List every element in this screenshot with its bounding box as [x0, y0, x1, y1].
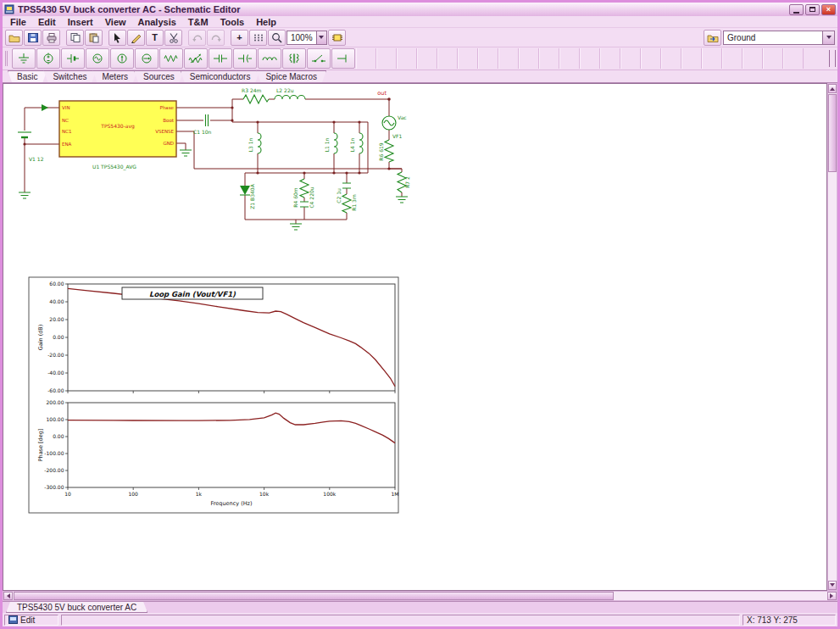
component-potentiometer-button[interactable]: [184, 48, 208, 69]
menu-analysis[interactable]: Analysis: [132, 17, 182, 27]
diagram-frame[interactable]: [29, 277, 398, 513]
redo-button[interactable]: [207, 30, 225, 46]
undo-button[interactable]: [188, 30, 206, 46]
inductor-l1[interactable]: [334, 133, 337, 153]
diagram-window[interactable]: 60.0040.0020.000.00-20.00-40.00-60.00200…: [29, 277, 399, 513]
inductor-l2[interactable]: [275, 96, 305, 100]
menu-view[interactable]: View: [99, 17, 132, 27]
component-search-dropdown-button[interactable]: [822, 31, 834, 44]
menu-help[interactable]: Help: [250, 17, 282, 27]
component-tab-meters[interactable]: Meters: [92, 70, 137, 82]
capacitor-c1[interactable]: [206, 114, 209, 126]
paste-button[interactable]: [85, 30, 103, 46]
vertical-scroll-thumb[interactable]: [828, 94, 837, 172]
inductor-l4[interactable]: [359, 133, 363, 153]
toolbar-end-grip[interactable]: [829, 50, 836, 67]
resistor-r1[interactable]: [342, 194, 351, 213]
toolbar-grip[interactable]: [5, 51, 9, 66]
component-ground-button[interactable]: [12, 48, 36, 69]
resistor-r3[interactable]: [243, 95, 269, 103]
ground-icon: [396, 197, 408, 203]
macro-button[interactable]: [328, 30, 346, 46]
open-button[interactable]: [5, 30, 23, 46]
empty-toolbar-slot: [519, 48, 539, 69]
zoom-level-combobox[interactable]: 100%: [286, 31, 327, 45]
vertical-scrollbar[interactable]: [827, 83, 837, 591]
cursor-coordinates: X: 713 Y: 275: [743, 615, 836, 626]
wire-tool-button[interactable]: [127, 30, 145, 46]
y-tick-label: -40.00: [47, 370, 64, 376]
menu-tm[interactable]: T&M: [182, 17, 214, 27]
scroll-left-button[interactable]: [3, 592, 13, 600]
minimize-button[interactable]: [789, 4, 804, 15]
app-icon: [4, 4, 14, 14]
inductor-l3[interactable]: [258, 133, 261, 153]
resistor-r6[interactable]: [385, 140, 393, 162]
print-button[interactable]: [42, 30, 60, 46]
menu-insert[interactable]: Insert: [62, 17, 99, 27]
empty-toolbar-slot: [539, 48, 559, 69]
ic-ref-label[interactable]: U1 TPS5430_AVG: [92, 164, 136, 170]
component-transformer-button[interactable]: [282, 48, 306, 69]
find-component-icon: [707, 32, 719, 43]
ac-source-vf1[interactable]: [382, 116, 396, 130]
ic-pin-label: NC1: [62, 129, 71, 134]
capacitor-c4[interactable]: [300, 202, 309, 207]
resistor-r4[interactable]: [300, 179, 309, 198]
close-button[interactable]: ×: [821, 4, 836, 15]
capacitor-c2[interactable]: [342, 183, 351, 188]
component-tab-spice-macros[interactable]: Spice Macros: [256, 70, 326, 82]
save-button[interactable]: [24, 30, 42, 46]
horizontal-scroll-thumb[interactable]: [14, 592, 614, 600]
component-current-source-button[interactable]: [110, 48, 134, 69]
component-jumper-button[interactable]: [331, 48, 355, 69]
titlebar[interactable]: TPS5430 5V buck converter AC - Schematic…: [3, 3, 837, 16]
maximize-button[interactable]: [805, 4, 820, 15]
select-tool-button[interactable]: [108, 30, 126, 46]
schematic-drawing[interactable]: VIN NC NC1 ENA Phase Boot VSENSE GND TPS…: [3, 84, 827, 591]
component-resistor-button[interactable]: [159, 48, 183, 69]
scroll-right-button[interactable]: [827, 592, 837, 600]
ground-icon: [290, 224, 302, 230]
schematic-canvas[interactable]: VIN NC NC1 ENA Phase Boot VSENSE GND TPS…: [3, 83, 827, 591]
component-voltage-generator-button[interactable]: [86, 48, 109, 69]
component-tab-sources[interactable]: Sources: [134, 70, 184, 82]
crosshair-button[interactable]: +: [231, 30, 248, 46]
grid-button[interactable]: [249, 30, 267, 46]
y-tick-label: 40.00: [49, 298, 64, 304]
x-tick-label: 10k: [259, 491, 270, 497]
component-search-combobox[interactable]: Ground: [723, 31, 835, 45]
zoom-dropdown-button[interactable]: [316, 31, 326, 44]
status-mode-panel[interactable]: Edit: [4, 615, 58, 626]
scroll-up-button[interactable]: [828, 84, 837, 93]
empty-toolbar-slot: [397, 48, 417, 69]
zoom-button[interactable]: [268, 30, 286, 46]
scroll-down-button[interactable]: [828, 581, 837, 590]
document-tab[interactable]: TPS5430 5V buck converter AC: [6, 602, 147, 613]
component-capacitor-button[interactable]: [209, 48, 232, 69]
label-out-node[interactable]: out: [377, 90, 387, 97]
component-polarized-capacitor-button[interactable]: [233, 48, 257, 69]
polarized-capacitor-icon: [236, 52, 253, 65]
component-voltage-source-button[interactable]: [36, 48, 60, 69]
component-inductor-button[interactable]: [258, 48, 281, 69]
menu-file[interactable]: File: [4, 17, 32, 27]
gain-axis-label: Gain (dB): [37, 325, 44, 351]
copy-button[interactable]: [66, 30, 84, 46]
find-component-button[interactable]: [704, 30, 721, 46]
menu-edit[interactable]: Edit: [32, 17, 62, 27]
text-tool-button[interactable]: T: [146, 30, 164, 46]
statusbar: Edit X: 713 Y: 275: [3, 613, 837, 626]
component-battery-button[interactable]: [61, 48, 85, 69]
crosshair-icon: +: [236, 32, 242, 42]
menu-tools[interactable]: Tools: [214, 17, 251, 27]
delete-tool-button[interactable]: [164, 30, 182, 46]
component-tab-basic[interactable]: Basic: [8, 70, 47, 82]
horizontal-scrollbar[interactable]: [3, 591, 837, 601]
component-switch-button[interactable]: [307, 48, 331, 69]
chevron-down-icon: [319, 36, 324, 42]
component-current-generator-button[interactable]: [135, 48, 159, 69]
component-tab-semiconductors[interactable]: Semiconductors: [181, 70, 260, 82]
component-tab-switches[interactable]: Switches: [43, 70, 96, 82]
ic-tps5430[interactable]: VIN NC NC1 ENA Phase Boot VSENSE GND TPS…: [59, 101, 176, 170]
